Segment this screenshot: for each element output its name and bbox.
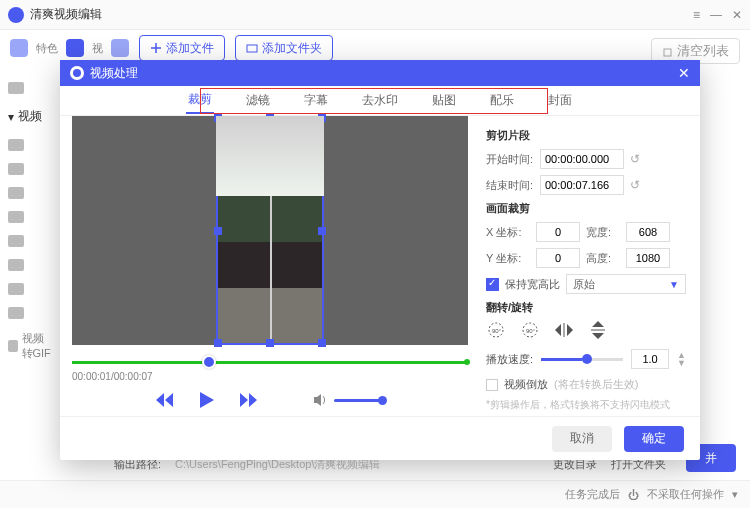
rewind-button[interactable] [156, 393, 174, 407]
video-icon[interactable] [66, 39, 84, 57]
reset-start-icon[interactable]: ↺ [630, 152, 640, 166]
keep-ratio-checkbox[interactable] [486, 278, 499, 291]
keep-ratio-label: 保持宽高比 [505, 277, 560, 292]
y-input[interactable] [536, 248, 580, 268]
play-button[interactable] [200, 392, 214, 408]
add-folder-label: 添加文件夹 [262, 40, 322, 57]
volume-slider[interactable] [334, 399, 384, 402]
x-label: X 坐标: [486, 225, 530, 240]
close-icon[interactable]: ✕ [732, 8, 742, 22]
svg-text:90°: 90° [492, 328, 502, 334]
svg-text:90°: 90° [526, 328, 536, 334]
forward-button[interactable] [240, 393, 258, 407]
sidebar-item[interactable] [0, 157, 60, 181]
modal-footer: 取消 确定 [60, 416, 700, 460]
sidebar-item[interactable] [0, 253, 60, 277]
rotate-left-icon[interactable]: 90° [486, 321, 506, 339]
tab-subtitle[interactable]: 字幕 [302, 88, 330, 113]
crop-handle[interactable] [318, 227, 326, 235]
tab-sticker[interactable]: 贴图 [430, 88, 458, 113]
add-folder-button[interactable]: 添加文件夹 [235, 35, 333, 61]
add-file-label: 添加文件 [166, 40, 214, 57]
speed-stepper[interactable]: ▲▼ [677, 351, 686, 367]
crop-handle[interactable] [214, 339, 222, 347]
sidebar-item[interactable] [0, 181, 60, 205]
minimize-icon[interactable]: — [710, 8, 722, 22]
trash-icon [662, 46, 673, 57]
rotate-section-title: 翻转/旋转 [486, 300, 686, 315]
crop-handle[interactable] [266, 339, 274, 347]
crop-handle[interactable] [266, 114, 274, 122]
x-input[interactable] [536, 222, 580, 242]
audio-icon[interactable] [111, 39, 129, 57]
flip-horizontal-icon[interactable] [554, 321, 574, 339]
sidebar-item[interactable] [0, 277, 60, 301]
start-time-input[interactable] [540, 149, 624, 169]
modal-tabs: 裁剪 滤镜 字幕 去水印 贴图 配乐 封面 [60, 86, 700, 116]
menu-icon[interactable]: ≡ [693, 8, 700, 22]
add-file-button[interactable]: 添加文件 [139, 35, 225, 61]
sidebar-item-gif[interactable]: 视频转GIF [0, 325, 60, 367]
after-task-label: 任务完成后 [565, 487, 620, 502]
ok-button[interactable]: 确定 [624, 426, 684, 452]
crop-handle[interactable] [214, 114, 222, 122]
tab-crop[interactable]: 裁剪 [186, 87, 214, 114]
ratio-select[interactable]: 原始 ▼ [566, 274, 686, 294]
folder-plus-icon [246, 42, 258, 54]
crop-selection[interactable] [216, 116, 324, 345]
reverse-checkbox[interactable] [486, 379, 498, 391]
playhead-thumb[interactable] [202, 355, 216, 369]
crop-section-title: 画面裁剪 [486, 201, 686, 216]
reverse-hint: (将在转换后生效) [554, 377, 638, 392]
after-task-value[interactable]: 不采取任何操作 [647, 487, 724, 502]
width-label: 宽度: [586, 225, 620, 240]
plus-icon [150, 42, 162, 54]
tab-watermark[interactable]: 去水印 [360, 88, 400, 113]
y-label: Y 坐标: [486, 251, 530, 266]
clip-section-title: 剪切片段 [486, 128, 686, 143]
tab-cover[interactable]: 封面 [546, 88, 574, 113]
modal-title: 视频处理 [90, 65, 138, 82]
sidebar-item[interactable] [0, 229, 60, 253]
sidebar-item[interactable] [0, 76, 60, 100]
end-time-input[interactable] [540, 175, 624, 195]
tab-music[interactable]: 配乐 [488, 88, 516, 113]
video-label: 视 [92, 41, 103, 56]
rotate-right-icon[interactable]: 90° [520, 321, 540, 339]
height-input[interactable] [626, 248, 670, 268]
ratio-value: 原始 [573, 277, 595, 292]
sidebar-item[interactable] [0, 301, 60, 325]
reverse-label: 视频倒放 [504, 377, 548, 392]
sidebar: ▾ 视频 视频转GIF [0, 66, 60, 367]
chevron-down-icon: ▾ [732, 488, 738, 501]
time-display: 00:00:01/00:00:07 [72, 371, 468, 382]
feature-label: 特色 [36, 41, 58, 56]
feature-icon[interactable] [10, 39, 28, 57]
crop-handle[interactable] [318, 114, 326, 122]
crop-handle[interactable] [318, 339, 326, 347]
clear-list-label: 清空列表 [677, 42, 729, 60]
chevron-down-icon: ▼ [669, 279, 679, 290]
speed-input[interactable] [631, 349, 669, 369]
timeline-slider[interactable] [72, 357, 468, 367]
cancel-button[interactable]: 取消 [552, 426, 612, 452]
modal-close-icon[interactable]: ✕ [678, 65, 690, 81]
video-preview[interactable] [72, 116, 468, 345]
flip-vertical-icon[interactable] [588, 321, 608, 339]
sidebar-item[interactable] [0, 133, 60, 157]
power-icon: ⏻ [628, 489, 639, 501]
volume-icon[interactable] [314, 394, 328, 406]
width-input[interactable] [626, 222, 670, 242]
video-process-modal: 视频处理 ✕ 裁剪 滤镜 字幕 去水印 贴图 配乐 封面 [60, 60, 700, 460]
tab-filter[interactable]: 滤镜 [244, 88, 272, 113]
reset-end-icon[interactable]: ↺ [630, 178, 640, 192]
video-frame [216, 116, 324, 345]
height-label: 高度: [586, 251, 620, 266]
end-time-label: 结束时间: [486, 178, 534, 193]
statusbar: 任务完成后 ⏻ 不采取任何操作 ▾ [0, 480, 750, 508]
crop-handle[interactable] [214, 227, 222, 235]
speed-slider[interactable] [541, 358, 623, 361]
sidebar-header: ▾ 视频 [0, 100, 60, 133]
sidebar-item[interactable] [0, 205, 60, 229]
modal-header: 视频处理 ✕ [60, 60, 700, 86]
